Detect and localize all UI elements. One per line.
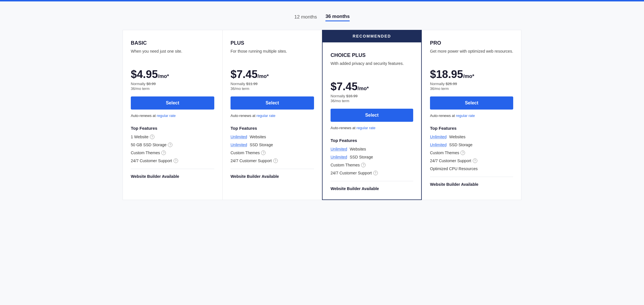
feature-item: Unlimited SSD Storage bbox=[331, 155, 413, 159]
plan-price: $7.45/mo* bbox=[331, 81, 413, 93]
plan-price: $4.95/mo* bbox=[131, 68, 214, 81]
plan-recommended-wrapper: RECOMMENDEDCHOICE PLUSWith added privacy… bbox=[322, 30, 422, 200]
unlimited-link[interactable]: Unlimited bbox=[430, 135, 447, 139]
feature-item: Custom Themes? bbox=[231, 151, 314, 155]
feature-item: Unlimited SSD Storage bbox=[231, 143, 314, 147]
website-builder: Website Builder Available bbox=[430, 177, 513, 187]
plan-name: BASIC bbox=[131, 40, 214, 46]
plan-term: 36/mo term bbox=[231, 86, 314, 91]
plan-card-choice-plus: CHOICE PLUSWith added privacy and securi… bbox=[322, 42, 422, 200]
plan-price: $7.45/mo* bbox=[231, 68, 314, 81]
website-builder: Website Builder Available bbox=[131, 169, 214, 179]
plan-price: $18.95/mo* bbox=[430, 68, 513, 81]
plan-name: PRO bbox=[430, 40, 513, 46]
tab-12-months[interactable]: 12 months bbox=[294, 14, 317, 21]
plan-description: For those running multiple sites. bbox=[231, 48, 314, 63]
unlimited-link[interactable]: Unlimited bbox=[430, 143, 447, 147]
feature-item: 24/7 Customer Support? bbox=[331, 171, 413, 175]
info-icon[interactable]: ? bbox=[168, 143, 172, 147]
info-icon[interactable]: ? bbox=[460, 151, 465, 155]
feature-item: Unlimited Websites bbox=[430, 135, 513, 139]
feature-item: Unlimited Websites bbox=[231, 135, 314, 139]
feature-item: 50 GB SSD Storage? bbox=[131, 143, 214, 147]
info-icon[interactable]: ? bbox=[361, 163, 366, 167]
plan-card-pro: PROGet more power with optimized web res… bbox=[422, 30, 521, 200]
plan-normal-price: Normally $11.99 bbox=[231, 82, 314, 86]
tabs-container: 12 months 36 months bbox=[9, 9, 635, 30]
plan-card-plus: PLUSFor those running multiple sites.$7.… bbox=[222, 30, 322, 200]
select-button-plus[interactable]: Select bbox=[231, 96, 314, 110]
auto-renews-text: Auto-renews at regular rate bbox=[231, 114, 314, 118]
plan-term: 36/mo term bbox=[331, 99, 413, 103]
regular-rate-link[interactable]: regular rate bbox=[157, 114, 176, 118]
info-icon[interactable]: ? bbox=[473, 158, 477, 163]
top-bar bbox=[0, 0, 644, 1]
feature-item: Custom Themes? bbox=[430, 151, 513, 155]
auto-renews-text: Auto-renews at regular rate bbox=[131, 114, 214, 118]
feature-item: Unlimited SSD Storage bbox=[430, 143, 513, 147]
feature-item: Custom Themes? bbox=[131, 151, 214, 155]
feature-item: 1 Website? bbox=[131, 135, 214, 139]
plans-grid: BASICWhen you need just one site.$4.95/m… bbox=[123, 30, 521, 200]
plan-normal-price: Normally $8.99 bbox=[131, 82, 214, 86]
auto-renews-text: Auto-renews at regular rate bbox=[430, 114, 513, 118]
plan-description: With added privacy and security features… bbox=[331, 61, 413, 75]
plan-term: 36/mo term bbox=[430, 86, 513, 91]
select-button-choice-plus[interactable]: Select bbox=[331, 109, 413, 122]
features-title: Top Features bbox=[131, 126, 214, 131]
feature-item: 24/7 Customer Support? bbox=[231, 158, 314, 163]
info-icon[interactable]: ? bbox=[373, 171, 378, 175]
feature-item: 24/7 Customer Support? bbox=[430, 158, 513, 163]
recommended-badge: RECOMMENDED bbox=[322, 30, 422, 42]
auto-renews-text: Auto-renews at regular rate bbox=[331, 126, 413, 130]
features-title: Top Features bbox=[430, 126, 513, 131]
website-builder: Website Builder Available bbox=[331, 181, 413, 191]
features-title: Top Features bbox=[331, 138, 413, 143]
select-button-pro[interactable]: Select bbox=[430, 96, 513, 110]
feature-item: 24/7 Customer Support? bbox=[131, 158, 214, 163]
plan-name: CHOICE PLUS bbox=[331, 52, 413, 58]
regular-rate-link[interactable]: regular rate bbox=[456, 114, 475, 118]
tab-36-months[interactable]: 36 months bbox=[325, 14, 350, 21]
regular-rate-link[interactable]: regular rate bbox=[356, 126, 375, 130]
info-icon[interactable]: ? bbox=[261, 151, 266, 155]
unlimited-link[interactable]: Unlimited bbox=[331, 155, 347, 159]
select-button-basic[interactable]: Select bbox=[131, 96, 214, 110]
website-builder: Website Builder Available bbox=[231, 169, 314, 179]
info-icon[interactable]: ? bbox=[174, 158, 178, 163]
unlimited-link[interactable]: Unlimited bbox=[231, 143, 247, 147]
info-icon[interactable]: ? bbox=[161, 151, 166, 155]
unlimited-link[interactable]: Unlimited bbox=[231, 135, 247, 139]
plan-description: Get more power with optimized web resour… bbox=[430, 48, 513, 63]
features-title: Top Features bbox=[231, 126, 314, 131]
feature-item: Optimized CPU Resources bbox=[430, 166, 513, 171]
feature-item: Custom Themes? bbox=[331, 163, 413, 167]
plan-card-basic: BASICWhen you need just one site.$4.95/m… bbox=[123, 30, 222, 200]
plan-description: When you need just one site. bbox=[131, 48, 214, 63]
plan-name: PLUS bbox=[231, 40, 314, 46]
unlimited-link[interactable]: Unlimited bbox=[331, 147, 347, 151]
regular-rate-link[interactable]: regular rate bbox=[256, 114, 275, 118]
feature-item: Unlimited Websites bbox=[331, 147, 413, 151]
info-icon[interactable]: ? bbox=[273, 158, 278, 163]
info-icon[interactable]: ? bbox=[150, 135, 154, 139]
plan-normal-price: Normally $16.99 bbox=[331, 94, 413, 98]
plan-term: 36/mo term bbox=[131, 86, 214, 91]
plan-normal-price: Normally $26.99 bbox=[430, 82, 513, 86]
